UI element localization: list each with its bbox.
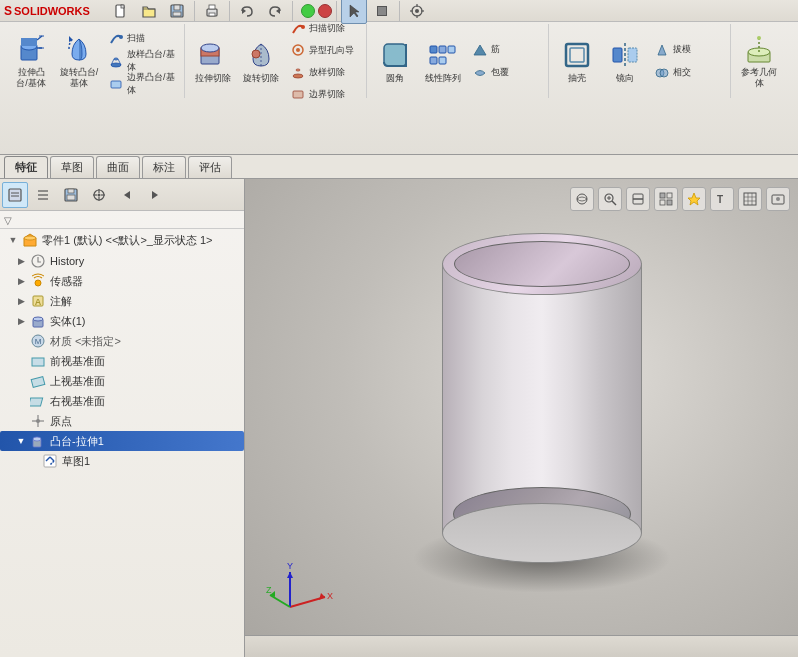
sensor-node[interactable]: ▶ 传感器 <box>0 271 244 291</box>
svg-point-58 <box>757 36 761 40</box>
3d-viewport[interactable]: T X Y Z <box>245 179 798 657</box>
tab-dimension[interactable]: 标注 <box>142 156 186 178</box>
linear-pattern-button[interactable]: 线性阵列 <box>420 26 466 96</box>
rib-button[interactable]: 筋 <box>468 39 544 60</box>
fillet-label: 圆角 <box>386 73 404 84</box>
vp-lightning-button[interactable] <box>682 187 706 211</box>
draft-button[interactable]: 拔模 <box>650 39 726 60</box>
tab-sketch[interactable]: 草图 <box>50 156 94 178</box>
revolve-base-label: 旋转凸台/基体 <box>59 67 99 89</box>
select-button[interactable] <box>341 0 367 24</box>
panel-properties-button[interactable] <box>2 182 28 208</box>
boss-extrude1-node[interactable]: ▼ 凸台-拉伸1 <box>0 431 244 451</box>
right-plane-node[interactable]: ▶ 右视基准面 <box>0 391 244 411</box>
sketch1-node[interactable]: ▶ 草图1 <box>0 451 244 471</box>
revolve-base-button[interactable]: 旋转凸台/基体 <box>56 26 102 96</box>
loft-button[interactable]: 放样凸台/基体 <box>104 51 180 72</box>
svg-marker-122 <box>287 572 293 578</box>
app-logo: S SOLIDWORKS <box>4 2 104 20</box>
vp-display-button[interactable] <box>654 187 678 211</box>
vp-section-button[interactable] <box>626 187 650 211</box>
stop-button[interactable] <box>369 0 395 24</box>
svg-rect-59 <box>9 189 21 201</box>
tab-evaluate[interactable]: 评估 <box>188 156 232 178</box>
open-button[interactable] <box>136 0 162 24</box>
top-plane-node[interactable]: ▶ 上视基准面 <box>0 371 244 391</box>
hole-wizard-icon <box>290 42 306 58</box>
sweep-cut-button[interactable]: 扫描切除 <box>286 22 362 38</box>
vp-grid-button[interactable] <box>738 187 762 211</box>
sweep-button[interactable]: 扫描 <box>104 28 180 49</box>
wrap-button[interactable]: 包覆 <box>468 62 544 83</box>
svg-text:T: T <box>717 194 723 205</box>
boss-extrude1-expand: ▼ <box>16 436 26 446</box>
extrude-cut-button[interactable]: 拉伸切除 <box>190 26 236 96</box>
logo-s-icon: S <box>4 4 12 18</box>
svg-rect-111 <box>744 193 756 205</box>
top-plane-label: 上视基准面 <box>50 374 105 389</box>
svg-rect-45 <box>439 57 446 64</box>
green-light <box>301 4 315 18</box>
main-content: ▽ ▼ 零件1 (默认) <<默认>_显示状态 1> ▶ History ▶ 传… <box>0 179 798 657</box>
tab-bar: 特征 草图 曲面 标注 评估 <box>0 155 798 179</box>
save-button[interactable] <box>164 0 190 24</box>
mirror-button[interactable]: 镜向 <box>602 26 648 96</box>
panel-crosshair-button[interactable] <box>86 182 112 208</box>
svg-rect-50 <box>613 48 622 62</box>
loft-cut-label: 放样切除 <box>309 66 345 79</box>
boundary-button[interactable]: 边界凸台/基体 <box>104 74 180 95</box>
svg-point-83 <box>33 317 43 321</box>
intersect-label: 相交 <box>673 66 691 79</box>
fillet-button[interactable]: 圆角 <box>372 26 418 96</box>
front-plane-node[interactable]: ▶ 前视基准面 <box>0 351 244 371</box>
loft-cut-button[interactable]: 放样切除 <box>286 62 362 82</box>
root-node[interactable]: ▼ 零件1 (默认) <<默认>_显示状态 1> <box>0 229 244 251</box>
hole-wizard-button[interactable]: 异型孔向导 <box>286 40 362 60</box>
svg-line-20 <box>37 36 42 40</box>
material-node[interactable]: ▶ M 材质 <未指定> <box>0 331 244 351</box>
vp-orient-button[interactable] <box>570 187 594 211</box>
svg-point-93 <box>33 437 41 441</box>
extrude-cut-label: 拉伸切除 <box>195 73 231 84</box>
shell-button[interactable]: 抽壳 <box>554 26 600 96</box>
tab-features[interactable]: 特征 <box>4 156 48 178</box>
sweep-cut-icon <box>290 22 306 36</box>
intersect-button[interactable]: 相交 <box>650 62 726 83</box>
svg-rect-107 <box>660 200 665 205</box>
history-expand: ▶ <box>16 256 26 266</box>
vp-extra-button[interactable] <box>766 187 790 211</box>
boss-base-button[interactable]: 拉伸凸 台/基体 <box>8 26 54 96</box>
vp-text-button[interactable]: T <box>710 187 734 211</box>
loft-cut-icon <box>290 64 306 80</box>
annotation-node[interactable]: ▶ A 注解 <box>0 291 244 311</box>
annotation-expand: ▶ <box>16 296 26 306</box>
options-button[interactable] <box>404 0 430 24</box>
svg-point-24 <box>119 35 123 39</box>
boundary-cut-button[interactable]: 边界切除 <box>286 84 362 100</box>
panel-prev-button[interactable] <box>114 182 140 208</box>
svg-point-12 <box>415 9 419 13</box>
origin-node[interactable]: ▶ 原点 <box>0 411 244 431</box>
boundary-icon <box>108 76 124 92</box>
extrude-group: 拉伸凸 台/基体 旋转凸台/基体 扫描 <box>4 24 185 98</box>
svg-rect-41 <box>430 46 437 53</box>
svg-line-124 <box>270 595 290 607</box>
panel-save-button[interactable] <box>58 182 84 208</box>
svg-point-36 <box>296 48 300 52</box>
vp-zoom-button[interactable] <box>598 187 622 211</box>
mirror-label: 镜向 <box>616 73 634 84</box>
cylinder-bottom-face <box>442 503 642 563</box>
tab-surface[interactable]: 曲面 <box>96 156 140 178</box>
panel-next-button[interactable] <box>142 182 168 208</box>
new-button[interactable] <box>108 0 134 24</box>
history-node[interactable]: ▶ History <box>0 251 244 271</box>
ref-geometry-button[interactable]: 参考几何体 <box>736 26 782 96</box>
revolve-cut-button[interactable]: 旋转切除 <box>238 26 284 96</box>
redo-button[interactable] <box>262 0 288 24</box>
solid-node[interactable]: ▶ 实体(1) <box>0 311 244 331</box>
print-button[interactable] <box>199 0 225 24</box>
undo-button[interactable] <box>234 0 260 24</box>
panel-list-button[interactable] <box>30 182 56 208</box>
rib-label: 筋 <box>491 43 500 56</box>
svg-marker-10 <box>350 5 359 17</box>
